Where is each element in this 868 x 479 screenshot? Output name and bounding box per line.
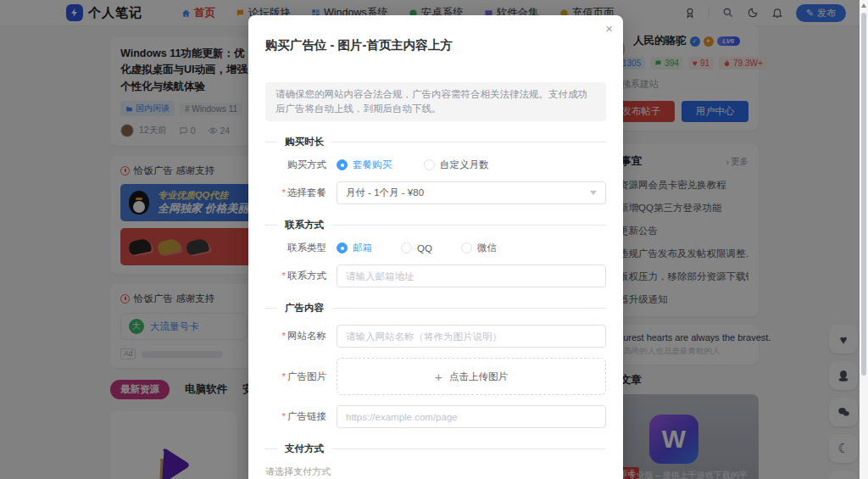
radio-dot [401,242,412,253]
section-divider-contact: 联系方式 [265,219,606,231]
section-divider-duration: 购买时长 [265,136,606,148]
radio-qq[interactable]: QQ [401,242,432,253]
radio-package-purchase[interactable]: 套餐购买 [337,159,392,171]
close-icon[interactable]: × [605,22,613,35]
package-selected-value: 月付 - 1个月 - ¥80 [346,187,590,199]
purchase-method-label: 购买方式 [265,159,326,171]
image-upload-dropzone[interactable]: + 点击上传图片 [337,358,606,395]
purchase-method-row: 购买方式 套餐购买 自定义月数 [265,159,606,171]
contact-type-row: 联系类型 邮箱 QQ 微信 [265,242,606,254]
compliance-notice: 请确保您的网站内容合法合规，广告内容需符合相关法律法规。支付成功后广告将自动上线… [265,82,606,121]
upload-hint: 点击上传图片 [449,370,508,383]
ad-image-row: *广告图片 + 点击上传图片 [265,358,606,395]
required-asterisk: * [282,371,286,382]
scroll-up-arrow[interactable] [861,3,866,8]
radio-email[interactable]: 邮箱 [337,242,372,254]
ad-link-input[interactable] [337,405,606,428]
contact-input[interactable] [337,265,606,287]
ad-link-label: 广告链接 [287,411,326,421]
required-asterisk: * [282,331,286,341]
package-select[interactable]: 月付 - 1个月 - ¥80 [337,181,606,204]
radio-custom-months[interactable]: 自定义月数 [424,159,489,171]
package-label: 选择套餐 [287,187,326,198]
ad-image-label: 广告图片 [287,371,326,382]
section-divider-content: 广告内容 [265,302,606,315]
radio-dot [337,159,348,170]
scrollbar-thumb[interactable] [861,13,866,376]
radio-wechat[interactable]: 微信 [461,242,497,254]
plus-icon: + [435,370,442,384]
ad-link-row: *广告链接 [265,405,606,428]
radio-dot [424,159,435,170]
section-divider-payment: 支付方式 [265,443,606,455]
required-asterisk: * [282,270,286,281]
contact-row: *联系方式 [265,265,606,287]
required-asterisk: * [282,187,286,198]
chevron-down-icon [590,191,597,195]
site-name-label: 网站名称 [287,331,326,341]
contact-label: 联系方式 [287,270,326,281]
page-scrollbar[interactable] [860,0,868,479]
site-name-input[interactable] [337,325,606,348]
buy-ad-slot-dialog: × 购买广告位 - 图片-首页主内容上方 请确保您的网站内容合法合规，广告内容需… [248,15,623,479]
site-name-row: *网站名称 [265,325,606,348]
required-asterisk: * [282,411,286,421]
payment-hint: 请选择支付方式 [265,465,606,478]
package-row: *选择套餐 月付 - 1个月 - ¥80 [265,181,606,204]
radio-dot [337,242,348,253]
dialog-title: 购买广告位 - 图片-首页主内容上方 [265,37,606,53]
radio-dot [461,242,472,253]
contact-type-label: 联系类型 [265,242,326,254]
